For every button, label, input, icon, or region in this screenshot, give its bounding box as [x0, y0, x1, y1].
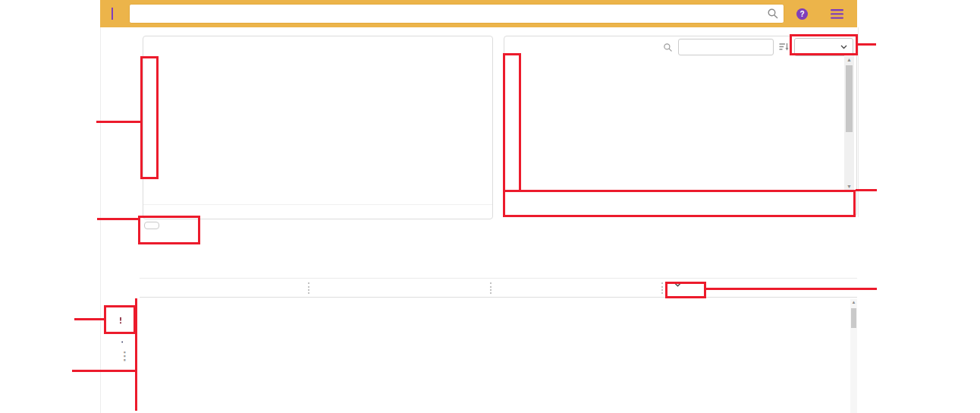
- issue-panel-actions: [143, 204, 492, 219]
- menu-icon[interactable]: [831, 9, 843, 19]
- sidebar-item-data[interactable]: [109, 263, 132, 283]
- file-types-scrollbar[interactable]: ▲ ▼: [844, 55, 854, 191]
- sidebar-item-reports[interactable]: [109, 216, 132, 236]
- table-header-band: [140, 278, 857, 298]
- reset-filters-button[interactable]: [144, 222, 159, 229]
- scroll-up-icon[interactable]: ▲: [850, 300, 857, 304]
- sort-amount-icon[interactable]: [779, 43, 789, 52]
- case-caret: [112, 8, 113, 20]
- search-icon: [767, 8, 779, 20]
- power-icon: [115, 46, 127, 58]
- sidebar-item-search[interactable]: [109, 122, 132, 142]
- scroll-down-icon[interactable]: ▼: [844, 184, 854, 189]
- chevron-down-icon: [840, 45, 847, 49]
- scrollbar-thumb[interactable]: [846, 65, 853, 132]
- column-resize-handle: [308, 282, 309, 294]
- printer-icon: [115, 244, 127, 256]
- list-panel-icon: [115, 221, 127, 232]
- column-resize-handle: [490, 282, 492, 294]
- table-scrollbar[interactable]: ▲: [850, 299, 857, 413]
- global-search: [129, 4, 784, 24]
- more-icon[interactable]: ⋮: [119, 349, 130, 363]
- magnifier-icon: [115, 126, 127, 138]
- annotation-line-file-listing: [72, 370, 135, 372]
- file-types-sort-select[interactable]: [794, 38, 853, 56]
- sidebar-item-issues-view[interactable]: [109, 311, 132, 330]
- sidebar-item-power[interactable]: [109, 42, 132, 61]
- issue-filter-panel: [143, 36, 493, 219]
- transfer-arrows-icon: [115, 197, 127, 208]
- help-icon: ?: [796, 8, 808, 20]
- tags-icon: [115, 339, 127, 350]
- annotation-line-sort-select: [858, 43, 876, 46]
- sidebar-divider: [100, 27, 101, 413]
- global-search-input[interactable]: [129, 4, 784, 24]
- sidebar-item-grid-view[interactable]: [109, 287, 132, 307]
- file-type-rows: [504, 58, 856, 194]
- bookmark-icon: [115, 174, 126, 185]
- scrollbar-thumb[interactable]: [851, 308, 856, 328]
- issues-icon: [115, 314, 127, 326]
- file-types-panel-actions: [504, 202, 856, 216]
- file-types-header: [504, 36, 856, 56]
- grid-icon: [115, 292, 126, 302]
- scroll-up-icon[interactable]: ▲: [844, 57, 854, 62]
- database-icon: [115, 268, 127, 279]
- issue-panel-title: [143, 36, 492, 49]
- eye-icon: [115, 79, 127, 91]
- column-header-tags[interactable]: [670, 282, 682, 287]
- file-types-panel: ▲ ▼: [504, 36, 857, 216]
- annotation-box-reset-filters: [138, 216, 200, 244]
- sort-direction-icon: [674, 282, 682, 287]
- puzzle-icon: [115, 150, 127, 162]
- sidebar-item-duplicates[interactable]: [109, 99, 132, 118]
- file-types-filter-input[interactable]: [678, 39, 774, 55]
- content-right-divider: [858, 27, 859, 217]
- annotation-line-file-listing-bracket: [135, 298, 137, 411]
- filter-search-icon: [663, 43, 673, 52]
- sidebar-item-preview[interactable]: [109, 75, 132, 95]
- copy-pages-icon: [115, 103, 127, 115]
- help-link[interactable]: ?: [796, 8, 812, 20]
- annotation-line-uncheck-type: [856, 189, 877, 191]
- topbar: ?: [100, 0, 857, 27]
- app-root: ? ⋮: [0, 0, 980, 413]
- sidebar-item-plugins[interactable]: [109, 146, 132, 166]
- sidebar-item-bookmarks[interactable]: [109, 169, 132, 189]
- column-resize-handle: [661, 282, 663, 294]
- sidebar-item-print[interactable]: [109, 240, 132, 260]
- sidebar-item-transfers[interactable]: [109, 193, 132, 213]
